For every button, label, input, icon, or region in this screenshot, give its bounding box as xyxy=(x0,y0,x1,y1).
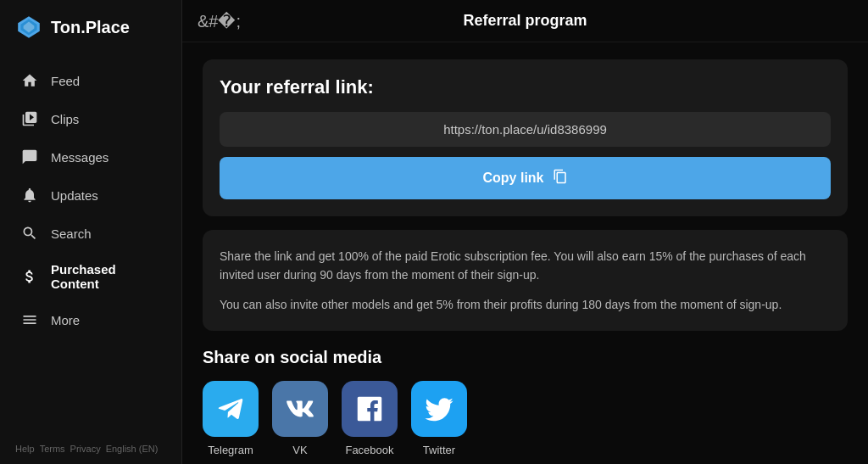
telegram-label: Telegram xyxy=(208,444,253,456)
updates-label: Updates xyxy=(51,188,98,203)
social-item-twitter[interactable]: Twitter xyxy=(411,381,467,456)
vk-label: VK xyxy=(292,444,307,456)
main-content: &#�; Referral program Your referral link… xyxy=(182,0,868,464)
vk-icon-bg xyxy=(272,381,328,437)
copy-link-button[interactable]: Copy link xyxy=(220,157,831,199)
social-item-telegram[interactable]: Telegram xyxy=(203,381,259,456)
bell-icon xyxy=(20,186,39,204)
feed-label: Feed xyxy=(51,74,80,88)
info-line-2: You can also invite other models and get… xyxy=(220,295,831,314)
referral-section-title: Your referral link: xyxy=(220,76,831,98)
referral-url-display: https://ton.place/u/id8386999 xyxy=(220,112,831,147)
search-label: Search xyxy=(51,226,92,241)
copy-icon xyxy=(553,169,568,187)
sidebar-item-updates[interactable]: Updates xyxy=(5,176,176,214)
sidebar-footer: Help Terms Privacy English (EN) xyxy=(0,433,181,464)
back-button[interactable]: &#�; xyxy=(198,13,241,30)
sidebar-item-purchased[interactable]: Purchased Content xyxy=(5,253,176,300)
sidebar: Ton.Place Feed Clips xyxy=(0,0,182,464)
twitter-icon-bg xyxy=(411,381,467,437)
footer-help[interactable]: Help xyxy=(15,444,35,454)
sidebar-item-messages[interactable]: Messages xyxy=(5,138,176,176)
diamond-icon xyxy=(15,14,42,41)
social-item-facebook[interactable]: Facebook xyxy=(342,381,398,456)
content-area: Your referral link: https://ton.place/u/… xyxy=(182,42,868,464)
referral-link-card: Your referral link: https://ton.place/u/… xyxy=(203,59,848,216)
sidebar-item-clips[interactable]: Clips xyxy=(5,100,176,137)
topbar: &#�; Referral program xyxy=(182,0,868,42)
search-icon xyxy=(20,224,39,243)
info-card: Share the link and get 100% of the paid … xyxy=(203,230,848,331)
info-line-1: Share the link and get 100% of the paid … xyxy=(220,247,831,285)
clips-icon xyxy=(20,109,39,128)
footer-privacy[interactable]: Privacy xyxy=(70,444,101,454)
copy-link-label: Copy link xyxy=(482,171,543,186)
clips-label: Clips xyxy=(51,112,79,126)
social-section-title: Share on social media xyxy=(203,348,848,367)
logo[interactable]: Ton.Place xyxy=(0,0,181,54)
dollar-icon xyxy=(20,267,39,286)
footer-terms[interactable]: Terms xyxy=(40,444,65,454)
more-label: More xyxy=(51,313,80,327)
sidebar-item-more[interactable]: More xyxy=(5,301,176,338)
home-icon xyxy=(20,71,39,90)
facebook-label: Facebook xyxy=(345,444,393,456)
twitter-label: Twitter xyxy=(423,444,455,456)
app-name: Ton.Place xyxy=(51,18,130,37)
page-title: Referral program xyxy=(463,12,587,30)
nav: Feed Clips Messages xyxy=(0,54,181,433)
social-item-vk[interactable]: VK xyxy=(272,381,328,456)
telegram-icon-bg xyxy=(203,381,259,437)
social-grid: Telegram VK Facebook xyxy=(203,381,848,456)
purchased-label: Purchased Content xyxy=(51,262,161,291)
sidebar-item-feed[interactable]: Feed xyxy=(5,62,176,99)
more-icon xyxy=(20,310,39,329)
messages-icon xyxy=(20,148,39,166)
messages-label: Messages xyxy=(51,150,108,165)
footer-language[interactable]: English (EN) xyxy=(106,444,159,454)
facebook-icon-bg xyxy=(342,381,398,437)
sidebar-item-search[interactable]: Search xyxy=(5,215,176,252)
